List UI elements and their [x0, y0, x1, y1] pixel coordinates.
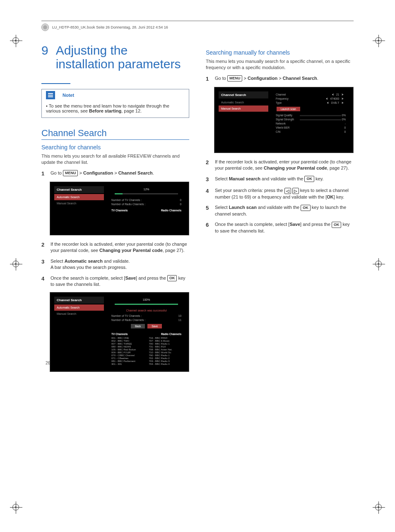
ok-key: OK [304, 176, 314, 182]
subsection-manual: Searching manually for channels [206, 49, 354, 56]
subsection-searching: Searching for channels [41, 144, 189, 151]
header-file-info: LU_HDTP-8530_UK.book Seite 26 Donnerstag… [52, 25, 168, 29]
screenshot-auto-search-progress: Channel Search Automatic Search Manual S… [50, 182, 189, 235]
crop-mark-icon [371, 500, 387, 515]
note-block: Notet • To see the menu tree and learn h… [41, 89, 189, 118]
ok-key: OK [167, 275, 177, 281]
step-2: If the recorder lock is activated, enter… [41, 241, 189, 254]
left-arrow-key: ◁ [284, 188, 291, 194]
crop-mark-icon [8, 500, 24, 515]
chapter-heading: 9 Adjusting the installation parameters [41, 43, 189, 71]
left-steps: Go to MENU > Configuration > Channel Sea… [41, 170, 189, 177]
r-step-2: If the recorder lock is activated, enter… [206, 159, 354, 172]
screenshot-manual-search: Channel Search Automatic Search Manual S… [214, 87, 354, 153]
right-steps: Go to MENU > Configuration > Channel Sea… [206, 75, 354, 83]
right-column: Searching manually for channels This men… [206, 43, 354, 378]
tv-channel-list: 001 - BBC ONE002 - BBC TWO007 - BBC THRE… [111, 337, 144, 366]
step-4: Once the search is complete, select [Sav… [41, 275, 189, 288]
chapter-title: Adjusting the installation parameters [56, 43, 189, 71]
ok-key: OK [301, 205, 311, 211]
ok-key: OK [332, 222, 342, 228]
manual-intro: This menu lets you manually search for a… [206, 58, 354, 71]
intro-text: This menu lets you search for all availa… [41, 153, 189, 166]
crop-mark-icon [371, 33, 387, 49]
section-channel-search: Channel Search [41, 128, 189, 140]
screenshot-auto-search-complete: Channel Search Automatic Search Manual S… [50, 292, 189, 372]
header-info: LU_HDTP-8530_UK.book Seite 26 Donnerstag… [41, 24, 354, 31]
note-rule [41, 83, 70, 84]
crop-mark-icon [371, 256, 387, 272]
chapter-number: 9 [41, 43, 48, 71]
note-text: • To see the menu tree and learn how to … [46, 103, 185, 113]
r-step-5: Select Launch scan and validate with the… [206, 204, 354, 217]
header-rule [41, 21, 354, 21]
r-step-3: Select Manual search and validate with t… [206, 176, 354, 183]
r-step-4: Set your search criteria: press the ◁ ▷ … [206, 187, 354, 200]
print-mark-icon [41, 24, 49, 31]
radio-channel-list: 716 - BBC R5SX707 - BBC 6 Music700 - BBC… [149, 337, 182, 366]
step-1: Go to MENU > Configuration > Channel Sea… [41, 170, 189, 177]
menu-key: MENU [227, 75, 243, 81]
r-step-6: Once the search is complete, select [Sav… [206, 221, 354, 234]
right-arrow-key: ▷ [292, 188, 299, 194]
left-column: 9 Adjusting the installation parameters … [41, 43, 189, 378]
menu-key: MENU [63, 170, 78, 176]
note-icon [46, 91, 55, 99]
left-steps-cont: If the recorder lock is activated, enter… [41, 241, 189, 288]
right-steps-cont: If the recorder lock is activated, enter… [206, 159, 354, 234]
page-number: 26 [46, 361, 50, 365]
crop-mark-icon [8, 33, 24, 49]
note-label: Notet [63, 93, 74, 98]
r-step-1: Go to MENU > Configuration > Channel Sea… [206, 75, 354, 83]
step-3: Select Automatic search and validate. A … [41, 258, 189, 271]
crop-mark-icon [8, 256, 24, 272]
